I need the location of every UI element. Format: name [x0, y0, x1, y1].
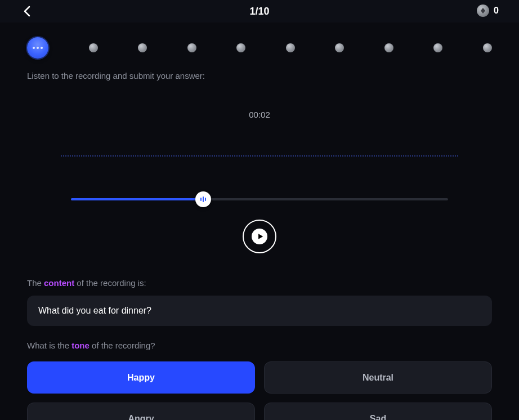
back-button[interactable]	[20, 5, 34, 18]
top-bar: 1/10 0	[0, 0, 519, 23]
step-dot[interactable]	[483, 43, 492, 52]
content-text-box: What did you eat for dinner?	[27, 296, 492, 326]
coin-balance: 0	[477, 5, 499, 17]
tone-prompt-highlight: tone	[71, 341, 90, 350]
chevron-left-icon	[23, 6, 31, 17]
tone-prompt: What is the tone of the recording?	[27, 341, 492, 350]
audio-waveform	[61, 151, 458, 157]
tone-options-grid: HappyNeutralAngrySad	[27, 361, 492, 420]
step-dot[interactable]	[187, 43, 196, 52]
step-dot[interactable]	[335, 43, 344, 52]
slider-fill	[71, 198, 203, 200]
tone-prompt-pre: What is the	[27, 341, 71, 350]
play-icon	[252, 229, 267, 244]
content-prompt-highlight: content	[44, 278, 74, 288]
tone-option-happy[interactable]: Happy	[27, 361, 255, 394]
step-dot[interactable]	[236, 43, 245, 52]
play-button[interactable]	[243, 220, 276, 253]
coin-count: 0	[494, 6, 499, 16]
tone-option-angry[interactable]: Angry	[27, 403, 255, 420]
step-dot[interactable]	[433, 43, 442, 52]
content-prompt-pre: The	[27, 278, 44, 288]
step-dot[interactable]	[384, 43, 393, 52]
audio-time: 00:02	[27, 110, 492, 119]
coin-icon	[477, 5, 489, 17]
content-prompt-post: of the recording is:	[74, 278, 146, 288]
progress-counter: 1/10	[249, 6, 269, 17]
step-dot[interactable]	[286, 43, 295, 52]
step-dot[interactable]	[138, 43, 147, 52]
content-prompt: The content of the recording is:	[27, 278, 492, 288]
step-indicator-row	[0, 23, 519, 59]
step-dot[interactable]	[89, 43, 98, 52]
tone-option-neutral[interactable]: Neutral	[264, 361, 492, 394]
instruction-text: Listen to the recording and submit your …	[27, 71, 492, 81]
slider-thumb[interactable]	[195, 191, 211, 207]
step-dot-active[interactable]	[27, 37, 48, 59]
tone-prompt-post: of the recording?	[90, 341, 155, 350]
tone-option-sad[interactable]: Sad	[264, 403, 492, 420]
audio-progress-slider[interactable]	[71, 191, 448, 207]
